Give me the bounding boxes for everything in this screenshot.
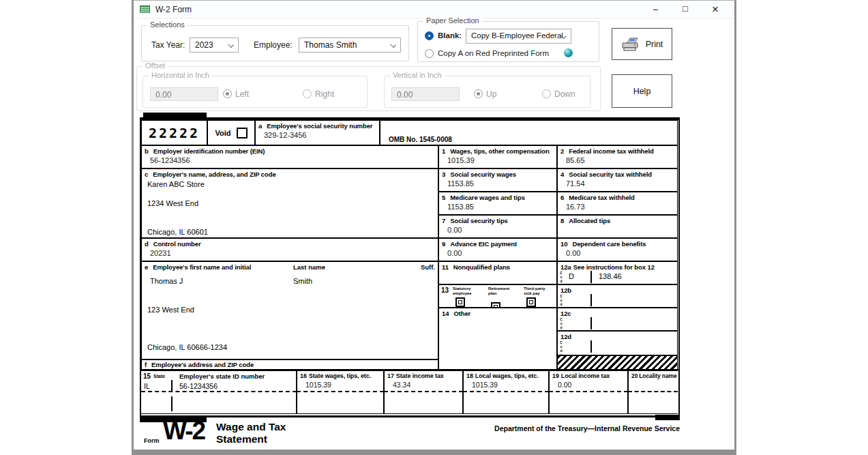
box-12d: 12d Code [557, 331, 678, 355]
blank-radio[interactable] [425, 31, 434, 40]
app-icon [140, 5, 150, 13]
box-12a-value: 138.46 [599, 272, 622, 280]
box-11-label: Nonqualified plans [453, 263, 510, 271]
copy-a-radio[interactable] [425, 49, 434, 58]
horizontal-offset-input[interactable] [150, 87, 218, 101]
retirement-plan-label: Retirement plan [488, 287, 514, 296]
up-radio[interactable] [474, 89, 483, 98]
box-f-address-label: fEmployee's address and ZIP code [141, 359, 438, 370]
chevron-down-icon [390, 42, 396, 48]
box-b-value: 56-1234356 [142, 155, 438, 164]
box-15-state: 15 State IL Employer's state ID number 5… [141, 370, 297, 392]
employer-name: Karen ABC Store [147, 180, 205, 188]
box-c-employer: cEmployer's name, address, and ZIP code … [141, 168, 438, 238]
box-7-label: Social security tips [450, 217, 508, 224]
employee-first-name: Thomas J [150, 277, 183, 285]
copy-a-radio-label[interactable]: Copy A on Red Preprinted Form [438, 49, 549, 57]
w2-form-preview: 22222 Void aEmployee's social security n… [140, 117, 680, 449]
box-12a: 12aSee instructions for box 12 Code D 13… [557, 261, 678, 284]
employee-last-name: Smith [293, 277, 312, 285]
paper-selection-group: Paper Selection Blank: Copy B-Employee F… [417, 21, 599, 62]
box-1-label: Wages, tips, other compensation [450, 147, 549, 155]
box-2-value: 85.65 [558, 155, 677, 164]
box-18-row2 [463, 392, 549, 414]
box-3-value: 1153.85 [439, 178, 556, 188]
box-15-row2 [141, 392, 297, 414]
control-code-box: 22222 [141, 120, 207, 145]
w2-form-window: W-2 Form − □ × Selections Tax Year: 2023… [132, 0, 736, 455]
box-d-label: Control number [153, 240, 201, 248]
box-12a-code: D [569, 272, 574, 280]
box-6-label: Medicare tax withheld [569, 194, 635, 201]
box-a-label: Employee's social security number [267, 122, 372, 130]
void-label: Void [215, 129, 230, 137]
paper-selection-group-label: Paper Selection [423, 16, 482, 25]
tax-year-label: Tax Year: [151, 40, 185, 50]
box-9-value: 0.00 [439, 248, 556, 257]
tax-year-select[interactable]: 2023 [190, 38, 239, 53]
w2-footer: Form W-2 Wage and Tax Statement Departme… [140, 420, 680, 448]
box-a-ssn: aEmployee's social security number 329-1… [255, 120, 380, 145]
box-19-label: Local income tax [561, 372, 610, 379]
box-d-control: dControl number 20231 [141, 238, 438, 261]
statutory-employee-checkbox[interactable] [455, 297, 465, 307]
box-20-label: Locality name [639, 372, 676, 379]
box-b-letter: b [145, 147, 149, 155]
down-radio-label[interactable]: Down [554, 89, 575, 99]
box-c-label: Employer's name, address, and ZIP code [153, 171, 275, 178]
box-4-label: Social security tax withheld [569, 171, 652, 178]
box-15-state-label: State [153, 374, 165, 379]
employee-address: 123 West End [147, 306, 194, 314]
box-4-value: 71.54 [558, 178, 677, 188]
box-8-label: Allocated tips [569, 217, 610, 224]
blank-radio-label[interactable]: Blank: [438, 31, 462, 40]
selections-group-label: Selections [147, 20, 188, 29]
tax-year-value: 2023 [195, 40, 213, 50]
employer-address: 1234 West End [147, 199, 198, 207]
status-orb-icon [564, 48, 573, 57]
box-10-label: Dependent care benefits [572, 240, 646, 248]
box-a-value: 329-12-3456 [256, 130, 379, 139]
w2-main-box: 22222 Void aEmployee's social security n… [140, 117, 680, 370]
box-b-ein: bEmployer identification number (EIN) 56… [141, 145, 438, 168]
state-id-label: Employer's state ID number [179, 372, 265, 380]
selections-group: Selections Tax Year: 2023 Employee: Thom… [141, 25, 409, 61]
print-button[interactable]: Print [612, 28, 672, 60]
box-20-value [629, 379, 678, 381]
void-checkbox[interactable] [237, 128, 248, 138]
box-8: 8Allocated tips [557, 215, 678, 238]
vertical-offset-input[interactable] [391, 87, 460, 101]
box-19-row2 [549, 392, 628, 414]
left-radio-label[interactable]: Left [235, 89, 249, 99]
box-5: 5Medicare wages and tips 1153.85 [438, 192, 557, 215]
box-a-letter: a [258, 122, 262, 130]
close-button[interactable]: × [700, 1, 730, 18]
box-20: 20Locality name [628, 370, 678, 392]
box-1-value: 1015.39 [439, 155, 556, 164]
maximize-button[interactable]: □ [670, 0, 700, 17]
employee-value: Thomas Smith [304, 40, 357, 50]
box-12a-label: See instructions for box 12 [573, 263, 655, 271]
copy-type-select[interactable]: Copy B-Employee Federal [466, 29, 571, 44]
box-9-label: Advance EIC payment [450, 240, 517, 248]
box-19-value: 0.00 [550, 379, 627, 389]
form-word: Form [144, 437, 160, 444]
employee-label: Employee: [254, 40, 293, 50]
help-button[interactable]: Help [612, 74, 672, 108]
vertical-offset-label: Vertical in Inch [390, 71, 445, 79]
right-radio[interactable] [303, 89, 312, 98]
up-radio-label[interactable]: Up [486, 89, 496, 99]
employee-select[interactable]: Thomas Smith [299, 38, 401, 53]
right-radio-label[interactable]: Right [315, 89, 334, 99]
box-13: 13 Statutory employee Retirement plan Th… [438, 284, 557, 308]
minimize-button[interactable]: − [640, 1, 670, 18]
form-edge-mark-top-left [143, 113, 207, 117]
left-radio[interactable] [223, 89, 232, 98]
window-title: W-2 Form [155, 5, 192, 14]
box-d-value: 20231 [142, 248, 438, 257]
down-radio[interactable] [542, 89, 551, 98]
vertical-offset-group: Vertical in Inch Up Down [384, 76, 590, 108]
third-party-sick-pay-checkbox[interactable] [526, 297, 536, 307]
box-6: 6Medicare tax withheld 16.73 [557, 192, 678, 215]
box-14-label: Other [453, 310, 470, 317]
